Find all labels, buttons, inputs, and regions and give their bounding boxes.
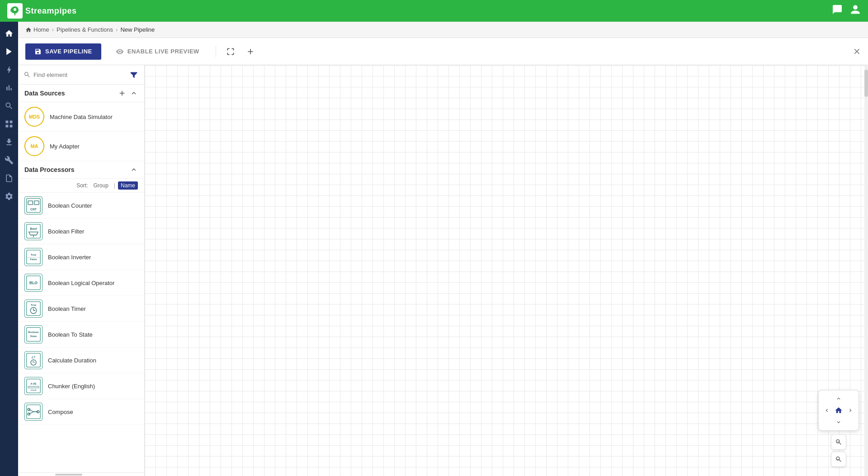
svg-text:A-0E: A-0E bbox=[30, 382, 37, 385]
sort-separator: | bbox=[114, 182, 115, 189]
content-area: Data Sources MDS Machine Data Simulator bbox=[18, 65, 868, 476]
sidebar-item-search[interactable] bbox=[1, 98, 17, 114]
section-actions bbox=[118, 89, 138, 97]
zoom-controls bbox=[831, 434, 846, 467]
chat-icon[interactable] bbox=[832, 4, 843, 18]
nav-down-button[interactable] bbox=[832, 416, 845, 428]
processor-label-boolean-tostate: Boolean To State bbox=[48, 331, 93, 338]
nav-controls bbox=[818, 390, 859, 467]
processor-label-boolean-inverter: Boolean Inverter bbox=[48, 254, 91, 261]
search-input-wrapper bbox=[24, 71, 129, 78]
collapse-data-sources-button[interactable] bbox=[130, 89, 138, 97]
sidebar-item-download[interactable] bbox=[1, 134, 17, 150]
sidebar-item-pipelines[interactable] bbox=[1, 43, 17, 60]
processor-item-calculate-duration[interactable]: ΔT Calculate Duration bbox=[18, 347, 144, 373]
breadcrumb-sep2: › bbox=[116, 26, 118, 33]
processor-item-boolean-inverter[interactable]: True False Boolean Inverter bbox=[18, 244, 144, 270]
save-pipeline-button[interactable]: SAVE PIPELINE bbox=[25, 43, 101, 60]
sidebar-item-home[interactable] bbox=[1, 25, 17, 42]
source-badge-ma: MA bbox=[24, 136, 44, 156]
processor-item-boolean-counter[interactable]: CNT Boolean Counter bbox=[18, 193, 144, 219]
canvas-area[interactable] bbox=[145, 65, 868, 476]
svg-text:Bool: Bool bbox=[30, 227, 37, 230]
breadcrumb-current: New Pipeline bbox=[120, 26, 155, 33]
user-icon[interactable] bbox=[850, 4, 861, 18]
search-input[interactable] bbox=[33, 71, 129, 78]
source-label-ma: My Adapter bbox=[50, 143, 80, 150]
breadcrumb: Home › Pipelines & Functions › New Pipel… bbox=[18, 22, 868, 38]
svg-point-0 bbox=[14, 8, 16, 11]
collapse-data-processors-button[interactable] bbox=[130, 166, 138, 174]
sidebar-item-file[interactable] bbox=[1, 170, 17, 186]
data-processors-title: Data Processors bbox=[24, 166, 75, 173]
svg-text:True: True bbox=[31, 304, 37, 306]
svg-marker-1 bbox=[6, 48, 12, 55]
filter-icon[interactable] bbox=[129, 70, 139, 80]
svg-rect-10 bbox=[27, 250, 41, 264]
main-layout: SAVE PIPELINE ENABLE LIVE PREVIEW ✕ bbox=[18, 38, 868, 476]
logo: Streampipes bbox=[7, 3, 77, 19]
breadcrumb-section[interactable]: Pipelines & Functions bbox=[57, 26, 113, 33]
svg-text:ΔT: ΔT bbox=[32, 356, 36, 359]
enable-live-preview-label: ENABLE LIVE PREVIEW bbox=[127, 48, 199, 55]
breadcrumb-sep1: › bbox=[52, 26, 54, 33]
processor-icon-boolean-inverter: True False bbox=[24, 248, 42, 266]
data-sources-title: Data Sources bbox=[24, 90, 65, 97]
processor-item-compose[interactable]: Compose bbox=[18, 399, 144, 425]
save-pipeline-label: SAVE PIPELINE bbox=[45, 48, 92, 55]
svg-text:False: False bbox=[30, 258, 37, 261]
sort-name-option[interactable]: Name bbox=[118, 181, 138, 190]
panel-scrollbar[interactable] bbox=[18, 472, 144, 476]
sidebar-item-bolt[interactable] bbox=[1, 62, 17, 78]
nav-up-button[interactable] bbox=[832, 392, 845, 405]
processor-icon-boolean-logical: BLO bbox=[24, 274, 42, 292]
svg-text:CNT: CNT bbox=[30, 208, 37, 211]
sidebar-item-gear[interactable] bbox=[1, 188, 17, 205]
processor-label-compose: Compose bbox=[48, 409, 73, 415]
source-item-mds[interactable]: MDS Machine Data Simulator bbox=[18, 102, 144, 132]
navbar-right bbox=[832, 4, 861, 18]
processor-icon-boolean-filter: Bool bbox=[24, 222, 42, 240]
canvas-resize-button[interactable] bbox=[223, 44, 238, 59]
canvas-grid bbox=[145, 65, 868, 476]
processor-item-boolean-timer[interactable]: True Boolean Timer bbox=[18, 296, 144, 322]
add-element-button[interactable] bbox=[243, 44, 258, 59]
nav-center-button[interactable] bbox=[832, 404, 845, 417]
source-label-mds: Machine Data Simulator bbox=[50, 114, 113, 120]
sidebar-item-wrench[interactable] bbox=[1, 152, 17, 168]
nav-left-button[interactable] bbox=[821, 404, 833, 417]
search-icon bbox=[24, 71, 31, 78]
svg-text:Boolean: Boolean bbox=[28, 331, 39, 333]
data-processors-actions bbox=[130, 166, 138, 174]
vertical-scrollbar[interactable] bbox=[864, 65, 868, 476]
enable-live-preview-button[interactable]: ENABLE LIVE PREVIEW bbox=[107, 43, 208, 60]
processor-icon-compose bbox=[24, 403, 42, 421]
nav-diamond bbox=[818, 390, 859, 431]
add-data-source-button[interactable] bbox=[118, 89, 126, 97]
processor-label-chunker: Chunker (English) bbox=[48, 383, 95, 390]
processor-icon-chunker: A-0E chunk bbox=[24, 377, 42, 395]
scrollbar-thumb[interactable] bbox=[864, 70, 868, 97]
svg-text:True: True bbox=[31, 253, 37, 256]
panel-scroll: Data Sources MDS Machine Data Simulator bbox=[18, 85, 144, 472]
processor-label-boolean-logical: Boolean Logical Operator bbox=[48, 280, 114, 286]
navbar: Streampipes bbox=[0, 0, 868, 22]
source-item-ma[interactable]: MA My Adapter bbox=[18, 132, 144, 161]
sort-group-option[interactable]: Group bbox=[91, 181, 111, 190]
sidebar-item-grid[interactable] bbox=[1, 116, 17, 132]
processor-label-boolean-timer: Boolean Timer bbox=[48, 305, 86, 312]
processor-label-boolean-counter: Boolean Counter bbox=[48, 202, 92, 209]
zoom-out-button[interactable] bbox=[831, 452, 846, 467]
close-button[interactable]: ✕ bbox=[853, 46, 861, 57]
nav-right-button[interactable] bbox=[844, 404, 857, 417]
breadcrumb-home[interactable]: Home bbox=[33, 26, 49, 33]
sidebar-item-analytics[interactable] bbox=[1, 80, 17, 96]
data-processors-section-header: Data Processors bbox=[18, 161, 144, 179]
zoom-in-button[interactable] bbox=[831, 434, 846, 450]
svg-text:State: State bbox=[30, 335, 37, 338]
processor-item-boolean-logical[interactable]: BLO Boolean Logical Operator bbox=[18, 270, 144, 296]
svg-rect-21 bbox=[27, 328, 41, 342]
processor-item-boolean-filter[interactable]: Bool Boolean Filter bbox=[18, 219, 144, 244]
processor-item-boolean-tostate[interactable]: Boolean State Boolean To State bbox=[18, 322, 144, 347]
processor-item-chunker[interactable]: A-0E chunk Chunker (English) bbox=[18, 373, 144, 399]
